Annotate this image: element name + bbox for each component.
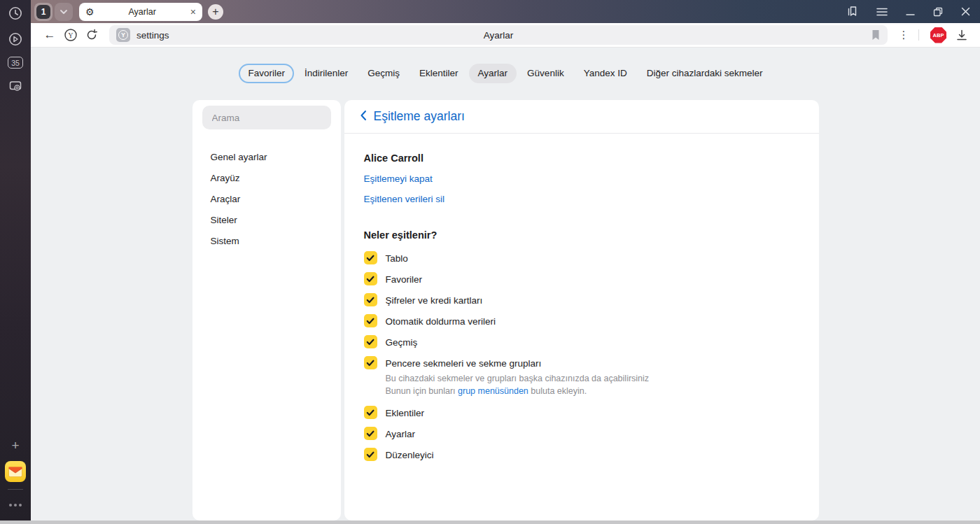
sync-item-label: Ayarlar xyxy=(386,429,416,439)
sync-item[interactable]: Eklentiler xyxy=(364,406,799,420)
browser-window: 35 + 1 ⚙ Ayarlar × xyxy=(0,0,980,524)
checkbox-checked[interactable] xyxy=(364,293,377,306)
side-rail-bottom: + xyxy=(5,437,26,521)
new-tab-plus-icon[interactable]: + xyxy=(208,4,223,20)
refresh-icon[interactable] xyxy=(81,25,102,45)
delete-synced-data-link[interactable]: Eşitlenen verileri sil xyxy=(364,194,445,204)
menu-icon[interactable] xyxy=(876,8,888,16)
sync-item-label: Otomatik doldurma verileri xyxy=(386,316,496,327)
settings-tab[interactable]: Geçmiş xyxy=(358,64,409,83)
settings-nav-card: Genel ayarlar Arayüz Araçlar Siteler Sis… xyxy=(192,100,341,521)
title-bar: 1 ⚙ Ayarlar × + xyxy=(31,0,980,23)
group-menu-link[interactable]: grup menüsünden xyxy=(458,386,528,396)
add-panel-icon[interactable]: + xyxy=(7,437,24,454)
browser-toolbar: ← Y Ayarlar Y settings ⋮ ABP xyxy=(31,23,980,48)
browser-main-column: 1 ⚙ Ayarlar × + xyxy=(31,0,980,521)
settings-tab[interactable]: Favoriler xyxy=(239,64,294,83)
sync-items-list: Tablo Favoril xyxy=(364,251,799,462)
back-chevron-icon[interactable] xyxy=(360,110,367,124)
settings-tab[interactable]: Ayarlar xyxy=(469,64,517,83)
back-arrow-icon[interactable]: ← xyxy=(39,25,60,45)
window-close-icon[interactable] xyxy=(961,7,970,16)
omnibox-page-title: Ayarlar xyxy=(109,30,888,41)
sync-item[interactable]: Pencere sekmeleri ve sekme grupları Bu c… xyxy=(364,356,799,399)
sync-item-label: Eklentiler xyxy=(386,408,425,418)
checkbox-checked[interactable] xyxy=(364,272,377,285)
window-restore-icon[interactable] xyxy=(933,7,943,17)
sync-item[interactable]: Tablo xyxy=(364,251,799,265)
active-browser-tab[interactable]: ⚙ Ayarlar × xyxy=(79,3,202,21)
tab-group-button[interactable]: 1 xyxy=(34,3,52,21)
settings-tab[interactable]: Yandex ID xyxy=(575,64,636,83)
search-input[interactable] xyxy=(202,106,331,129)
more-options-icon[interactable] xyxy=(7,497,24,514)
checkbox-checked[interactable] xyxy=(364,427,377,440)
checkbox-checked[interactable] xyxy=(364,406,377,419)
sync-item[interactable]: Şifreler ve kredi kartları xyxy=(364,293,799,307)
sync-item-label: Düzenleyici xyxy=(386,450,434,460)
tab-title: Ayarlar xyxy=(94,7,190,17)
history-clock-icon[interactable] xyxy=(7,5,24,22)
checkbox-checked[interactable] xyxy=(364,314,377,327)
settings-nav-list: Genel ayarlar Arayüz Araçlar Siteler Sis… xyxy=(202,146,331,251)
checkbox-checked[interactable] xyxy=(364,251,377,264)
side-rail-top: 35 xyxy=(7,0,24,94)
description-line2-suffix: buluta ekleyin. xyxy=(528,386,587,396)
sync-item-description: Bu cihazdaki sekmeler ve grupları başka … xyxy=(386,373,650,397)
sync-item-label: Tablo xyxy=(386,253,408,264)
sync-item[interactable]: Geçmiş xyxy=(364,335,799,349)
settings-tabs: Favoriler İndirilenler Geçmiş Eklentiler… xyxy=(31,64,980,83)
sync-panel-title[interactable]: Eşitleme ayarları xyxy=(374,109,465,124)
sync-item-label: Favoriler xyxy=(386,274,423,285)
settings-tab[interactable]: İndirilenler xyxy=(295,64,357,83)
bookmarks-panel-icon[interactable] xyxy=(846,6,858,17)
screenshot-camera-icon[interactable] xyxy=(7,78,24,94)
sync-item-label: Geçmiş xyxy=(386,337,418,348)
settings-nav-item[interactable]: Siteler xyxy=(202,209,331,230)
settings-cards: Genel ayarlar Arayüz Araçlar Siteler Sis… xyxy=(31,100,980,521)
sync-panel-header: Eşitleme ayarları xyxy=(344,100,819,134)
account-name: Alice Carroll xyxy=(364,153,799,164)
side-rail-divider xyxy=(8,489,23,490)
address-bar[interactable]: Ayarlar Y settings xyxy=(109,25,888,45)
settings-nav-item[interactable]: Arayüz xyxy=(202,167,331,188)
checkbox-checked[interactable] xyxy=(364,356,377,369)
settings-tab[interactable]: Diğer cihazlardaki sekmeler xyxy=(638,64,772,83)
sync-section-title: Neler eşitlenir? xyxy=(364,229,799,241)
kebab-menu-icon[interactable]: ⋮ xyxy=(895,29,913,41)
turn-off-sync-link[interactable]: Eşitlemeyi kapat xyxy=(364,174,433,184)
sync-item[interactable]: Ayarlar xyxy=(364,427,799,441)
settings-tab[interactable]: Güvenlik xyxy=(518,64,573,83)
bookmark-flag-icon[interactable] xyxy=(871,29,881,41)
url-text[interactable]: settings xyxy=(136,30,169,41)
settings-nav-item[interactable]: Sistem xyxy=(202,230,331,251)
tab-close-icon[interactable]: × xyxy=(190,7,196,17)
title-bar-controls xyxy=(846,6,970,17)
sync-item[interactable]: Düzenleyici xyxy=(364,448,799,462)
window-minimize-icon[interactable] xyxy=(906,7,915,16)
sync-settings-panel: Eşitleme ayarları Alice Carroll Eşitleme… xyxy=(344,100,819,521)
browser-side-rail: 35 + xyxy=(0,0,31,521)
sync-item[interactable]: Favoriler xyxy=(364,272,799,286)
checkbox-checked[interactable] xyxy=(364,448,377,461)
settings-tab[interactable]: Eklentiler xyxy=(410,64,468,83)
yandex-circle-icon[interactable]: Y xyxy=(60,25,81,45)
settings-nav-item[interactable]: Genel ayarlar xyxy=(202,146,331,167)
sync-panel-body: Alice Carroll Eşitlemeyi kapat Eşitlenen… xyxy=(344,134,819,469)
settings-nav-item[interactable]: Araçlar xyxy=(202,188,331,209)
video-play-icon[interactable] xyxy=(7,31,24,48)
settings-page: Favoriler İndirilenler Geçmiş Eklentiler… xyxy=(31,48,980,521)
tab-group-chevron-icon[interactable] xyxy=(55,3,73,21)
sync-item-label: Şifreler ve kredi kartları xyxy=(386,295,483,306)
sync-item[interactable]: Otomatik doldurma verileri xyxy=(364,314,799,328)
adblock-badge[interactable]: ABP xyxy=(930,27,946,43)
description-line1: Bu cihazdaki sekmeler ve grupları başka … xyxy=(386,374,650,383)
description-line2-prefix: Bunun için bunları xyxy=(386,386,458,396)
yandex-mail-icon[interactable] xyxy=(5,461,26,482)
download-icon[interactable] xyxy=(952,29,972,41)
tab-group-count: 1 xyxy=(36,5,50,19)
tab-counter-badge[interactable]: 35 xyxy=(8,57,23,69)
tab-gear-icon: ⚙ xyxy=(85,7,94,17)
checkbox-checked[interactable] xyxy=(364,335,377,348)
toolbar-divider xyxy=(918,29,919,41)
